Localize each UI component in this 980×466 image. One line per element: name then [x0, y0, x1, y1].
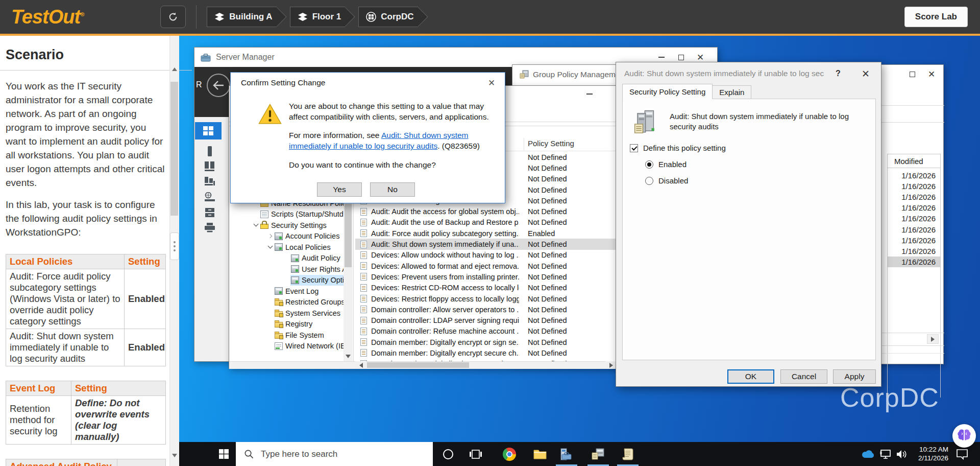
dialog-title: Confirm Setting Change	[241, 78, 325, 87]
policy-setting-value: Not Defined	[528, 349, 567, 357]
gpo-date-row[interactable]: 1/16/2026	[888, 246, 940, 257]
ok-button[interactable]: OK	[727, 369, 774, 384]
dashboard-tile[interactable]	[195, 122, 222, 139]
breadcrumb-corpdc[interactable]: CorpDC	[358, 7, 418, 27]
machine-watermark: CorpDC	[840, 382, 939, 413]
disabled-radio[interactable]	[645, 177, 653, 185]
policy-setting-column-header[interactable]: Policy Setting	[528, 139, 574, 148]
close-button[interactable]: ✕	[484, 77, 499, 89]
define-policy-checkbox[interactable]	[630, 144, 638, 152]
sidebar-scrollbar-thumb[interactable]	[170, 82, 178, 216]
file-storage-icon[interactable]	[203, 207, 217, 218]
tree-item[interactable]: Registry	[229, 319, 344, 330]
help-button[interactable]: ?	[830, 67, 846, 80]
cortana-icon[interactable]	[436, 442, 460, 466]
tree-item-label: Security Optio	[302, 276, 344, 284]
tree-item[interactable]: Local Policies	[229, 242, 344, 253]
gpo-date-row[interactable]: 1/16/2026	[888, 257, 940, 267]
tree-item[interactable]: Audit Policy	[229, 253, 344, 264]
enabled-radio[interactable]	[645, 160, 653, 169]
assistant-chat-button[interactable]	[952, 424, 976, 448]
tab-explain[interactable]: Explain	[712, 85, 751, 99]
all-servers-icon[interactable]	[203, 161, 217, 172]
file-explorer-icon[interactable]	[528, 442, 552, 466]
network-icon[interactable]	[878, 442, 893, 466]
tree-item[interactable]: System Services	[229, 308, 344, 319]
column-divider[interactable]	[524, 138, 524, 150]
breadcrumb-floor-1[interactable]: Floor 1	[290, 7, 346, 27]
cancel-button[interactable]: Cancel	[780, 369, 827, 384]
onedrive-icon[interactable]	[860, 442, 876, 466]
tree-item[interactable]: File System	[229, 330, 344, 341]
apply-button[interactable]: Apply	[833, 369, 876, 384]
tree-item[interactable]: Event Log	[229, 286, 344, 297]
sidebar-scroll-down-icon[interactable]	[172, 454, 177, 457]
gpo-date-row[interactable]: 1/16/2026	[888, 224, 940, 235]
ad-ds-icon[interactable]	[203, 177, 217, 187]
gpme-horizontal-scrollbar-thumb[interactable]	[367, 362, 469, 368]
maximize-button[interactable]	[902, 67, 922, 81]
yes-button[interactable]: Yes	[317, 182, 362, 197]
gpo-date-row[interactable]: 1/16/2026	[888, 235, 940, 246]
sidebar-splitter-grip[interactable]	[170, 232, 179, 260]
gpmc-taskbar-icon[interactable]	[586, 442, 610, 466]
tree-scroll-down-icon[interactable]	[346, 355, 351, 358]
tree-item[interactable]: Security Optio	[229, 275, 344, 286]
server-manager-taskbar-icon[interactable]	[554, 442, 579, 466]
gpo-modified-dates: 1/16/2026 1/16/2026 1/16/2026 1/16/2026 …	[888, 170, 940, 267]
modified-column-header[interactable]: Modified	[887, 154, 940, 168]
modified-date: 1/16/2026	[901, 214, 936, 223]
modified-date: 1/16/2026	[901, 258, 936, 266]
gpo-date-row[interactable]: 1/16/2026	[888, 213, 940, 224]
tab-security-policy-setting[interactable]: Security Policy Setting	[622, 84, 713, 99]
policy-doc-icon	[360, 251, 367, 259]
tree-expander-icon[interactable]	[266, 235, 274, 238]
no-button[interactable]: No	[370, 182, 415, 197]
taskbar-clock[interactable]: 10:22 AM 2/11/2026	[908, 446, 948, 463]
tree-scrollbar-thumb[interactable]	[345, 204, 352, 267]
gpme-scroll-left-button[interactable]	[355, 361, 367, 369]
tree-expander-icon[interactable]	[252, 224, 260, 226]
modified-date: 1/16/2026	[901, 225, 936, 234]
policy-name: Audit: Audit the use of Backup and Resto…	[371, 218, 519, 226]
breadcrumb-building-a[interactable]: Building A	[207, 7, 276, 27]
close-button[interactable]: ✕	[857, 67, 874, 80]
dns-icon[interactable]	[203, 192, 217, 202]
gpm-scroll-right-button[interactable]	[927, 334, 939, 344]
tree-item[interactable]: Security Settings	[229, 220, 344, 231]
chrome-icon[interactable]	[497, 442, 522, 466]
tree-item[interactable]: Wired Network (IE	[229, 341, 344, 352]
refresh-button[interactable]	[160, 6, 186, 28]
back-button[interactable]	[207, 74, 230, 97]
local-server-icon[interactable]	[203, 146, 217, 156]
print-services-icon[interactable]	[203, 223, 217, 233]
policy-name-cell: Audit: Shut down system immediately if u…	[6, 329, 125, 366]
policy-name: Audit: Force audit policy subcategory se…	[371, 229, 519, 238]
tree-item[interactable]: Scripts (Startup/Shutdo	[229, 209, 344, 220]
start-button[interactable]	[211, 442, 236, 466]
sidebar-scroll-up-icon[interactable]	[172, 67, 177, 71]
close-button[interactable]: ✕	[922, 67, 941, 81]
table-row: Audit: Shut down system immediately if u…	[6, 329, 166, 366]
score-lab-button[interactable]: Score Lab	[904, 7, 968, 27]
policy-name-cell: Audit: Force audit policy subcategory se…	[6, 269, 125, 329]
local-policies-table: Local Policies Setting Audit: Force audi…	[6, 254, 166, 366]
taskbar-search-box[interactable]: Type here to search	[236, 442, 433, 466]
document-scroll-taskbar-icon[interactable]	[616, 442, 640, 466]
task-view-icon[interactable]	[463, 442, 488, 466]
gpo-date-row[interactable]: 1/16/2026	[888, 192, 940, 202]
tree-item[interactable]: User Rights As	[229, 264, 344, 275]
tree-item[interactable]: Account Policies	[229, 231, 344, 242]
modified-date: 1/16/2026	[901, 247, 936, 255]
policy-doc-icon	[360, 219, 367, 226]
event-log-table: Event Log Setting Retention method for s…	[6, 381, 166, 445]
tree-expander-icon[interactable]	[266, 246, 274, 248]
tree-item[interactable]: Restricted Groups	[229, 297, 344, 308]
gpo-date-row[interactable]: 1/16/2026	[888, 170, 940, 181]
gpo-date-row[interactable]: 1/16/2026	[888, 202, 940, 213]
gpo-date-row[interactable]: 1/16/2026	[888, 181, 940, 192]
enabled-label: Enabled	[658, 160, 687, 169]
policy-name: Devices: Restrict floppy access to local…	[371, 295, 519, 303]
search-placeholder: Type here to search	[261, 449, 337, 459]
minimize-button[interactable]	[581, 88, 598, 100]
